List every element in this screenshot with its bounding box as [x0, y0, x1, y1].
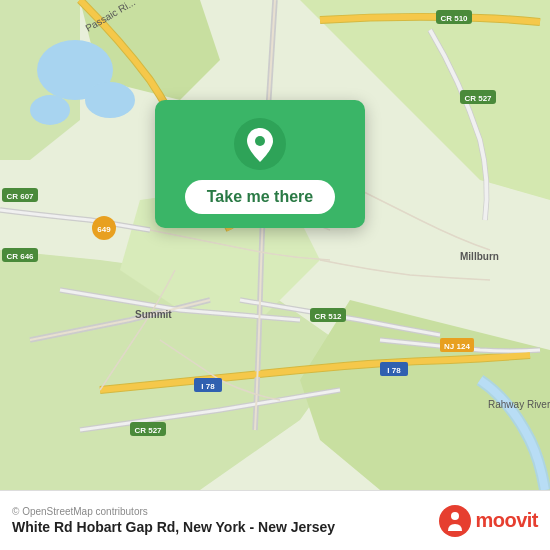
- svg-text:CR 607: CR 607: [6, 192, 34, 201]
- svg-text:Summit: Summit: [135, 309, 172, 320]
- svg-text:Rahway River: Rahway River: [488, 399, 550, 410]
- svg-point-8: [85, 82, 135, 118]
- bottom-left-info: © OpenStreetMap contributors White Rd Ho…: [12, 506, 335, 535]
- svg-text:649: 649: [97, 225, 111, 234]
- bottom-bar: © OpenStreetMap contributors White Rd Ho…: [0, 490, 550, 550]
- svg-text:CR 527: CR 527: [134, 426, 162, 435]
- copyright-text: © OpenStreetMap contributors: [12, 506, 335, 517]
- svg-text:I 78: I 78: [387, 366, 401, 375]
- svg-point-37: [451, 512, 459, 520]
- location-label: White Rd Hobart Gap Rd, New York - New J…: [12, 519, 335, 535]
- location-pin-icon: [234, 118, 286, 170]
- svg-text:CR 527: CR 527: [464, 94, 492, 103]
- svg-text:I 78: I 78: [201, 382, 215, 391]
- moovit-logo: moovit: [439, 505, 538, 537]
- svg-text:CR 512: CR 512: [314, 312, 342, 321]
- moovit-brand-icon: [439, 505, 471, 537]
- svg-point-35: [255, 136, 265, 146]
- moovit-brand-text: moovit: [475, 509, 538, 532]
- svg-text:NJ 124: NJ 124: [444, 342, 470, 351]
- svg-text:CR 510: CR 510: [440, 14, 468, 23]
- svg-text:CR 646: CR 646: [6, 252, 34, 261]
- take-me-there-button[interactable]: Take me there: [185, 180, 335, 214]
- svg-point-36: [439, 505, 471, 537]
- svg-point-9: [30, 95, 70, 125]
- map-container: CR 510 CR 527 CR 607 CR 646 649 CR 512 I…: [0, 0, 550, 490]
- svg-text:Millburn: Millburn: [460, 251, 499, 262]
- action-card: Take me there: [155, 100, 365, 228]
